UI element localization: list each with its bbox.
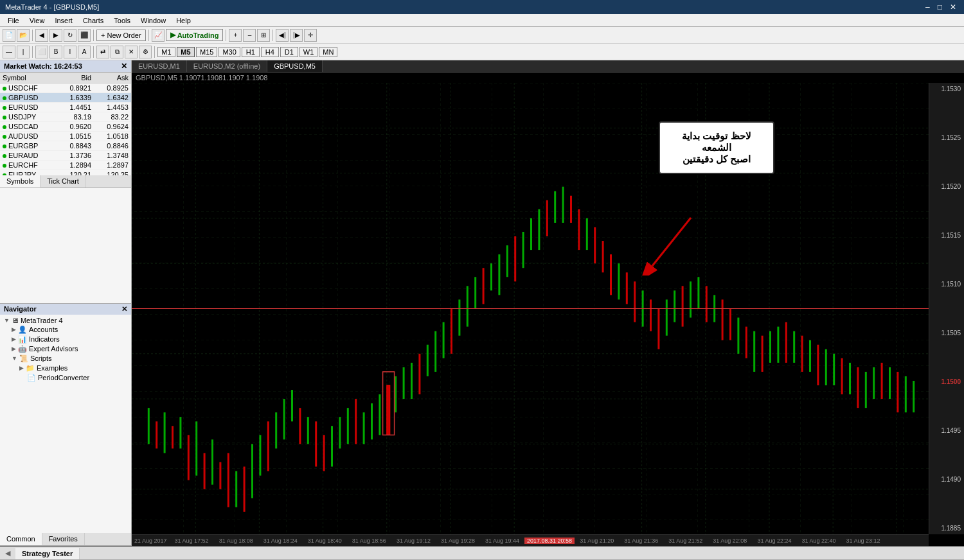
mw-symbol: GBPUSD (0, 93, 57, 103)
bold-btn[interactable]: B (49, 46, 62, 58)
tab-strategy-tester[interactable]: Strategy Tester (15, 548, 80, 559)
period-h4-btn[interactable]: H4 (261, 47, 279, 57)
zoom-in-btn[interactable]: + (229, 29, 242, 42)
market-watch-close[interactable]: ✕ (121, 62, 127, 71)
market-watch-row[interactable]: EURCHF 1.2894 1.2897 (0, 161, 131, 170)
period-m30-btn[interactable]: M30 (219, 47, 240, 57)
indicator-icon: 📊 (18, 335, 27, 344)
forward-btn[interactable]: ▶ (49, 29, 62, 42)
nav-expert-advisors[interactable]: ▶ 🤖 Expert Advisors (1, 344, 130, 354)
minimize-btn[interactable]: – (923, 3, 933, 12)
nav-metatrader4[interactable]: ▼ 🖥 MetaTrader 4 (1, 316, 130, 325)
refresh-btn[interactable]: ↻ (64, 29, 76, 42)
mw-symbol: EURJPY (0, 170, 57, 176)
price-8: 1.1495 (931, 427, 963, 434)
market-watch-row[interactable]: USDJPY 83.19 83.22 (0, 112, 131, 122)
svg-rect-28 (188, 435, 190, 480)
menu-charts[interactable]: Charts (78, 15, 109, 26)
menu-help[interactable]: Help (171, 15, 196, 26)
chart-tab-gbpusdm5[interactable]: GBPUSD,M5 (267, 60, 323, 72)
crosshair-btn[interactable]: ✛ (304, 29, 317, 42)
maximize-btn[interactable]: □ (935, 3, 945, 12)
svg-rect-81 (610, 254, 612, 295)
sep2 (93, 30, 94, 41)
zoom-fit-btn[interactable]: ⊞ (257, 29, 270, 42)
svg-rect-78 (586, 218, 588, 250)
nav-indicators[interactable]: ▶ 📊 Indicators (1, 335, 130, 344)
scripts-expand-icon: ▼ (12, 355, 17, 362)
line-tool-btn[interactable]: — (3, 46, 15, 58)
scroll-left-btn[interactable]: ◀| (276, 29, 289, 42)
market-watch-row[interactable]: AUDUSD 1.0515 1.0518 (0, 132, 131, 141)
menu-insert[interactable]: Insert (49, 15, 78, 26)
svg-rect-56 (411, 363, 413, 399)
navigator-close[interactable]: ✕ (121, 305, 127, 313)
period-mn-btn[interactable]: MN (319, 47, 337, 57)
market-watch-row[interactable]: USDCHF 0.8921 0.8925 (0, 83, 131, 93)
tab-tick-chart[interactable]: Tick Chart (40, 175, 86, 188)
nav-accounts-label: Accounts (29, 326, 58, 333)
period-m1-btn[interactable]: M1 (157, 47, 175, 57)
tab-symbols[interactable]: Symbols (0, 175, 40, 188)
abc-btn[interactable]: A (78, 46, 91, 58)
chart-tab-eurusdm1[interactable]: EURUSD,M1 (132, 60, 187, 72)
tester-collapse-btn[interactable]: ◀ (0, 547, 15, 559)
time-8: 31 Aug 19:28 (436, 538, 480, 544)
market-watch-row[interactable]: EURGBP 0.8843 0.8846 (0, 141, 131, 151)
menu-window[interactable]: Window (136, 15, 171, 26)
nav-examples[interactable]: ▶ 📁 Examples (1, 363, 130, 373)
new-btn[interactable]: 📄 (3, 29, 15, 42)
svg-rect-26 (172, 426, 174, 448)
nav-period-converter[interactable]: 📄 PeriodConverter (1, 373, 130, 383)
objects-btn[interactable]: ⬜ (35, 46, 48, 58)
market-watch-row[interactable]: GBPUSD 1.6339 1.6342 (0, 93, 131, 103)
period-m5-btn[interactable]: M5 (177, 47, 195, 57)
chart-canvas[interactable]: 1.1530 1.1525 1.1520 1.1515 1.1510 1.150… (132, 83, 964, 546)
delete-btn[interactable]: ✕ (125, 46, 138, 58)
menu-file[interactable]: File (3, 15, 24, 26)
close-btn[interactable]: ✕ (947, 3, 959, 12)
svg-rect-76 (570, 196, 572, 223)
tab-favorites[interactable]: Favorites (42, 533, 85, 545)
properties-btn[interactable]: ⚙ (139, 46, 152, 58)
nav-accounts[interactable]: ▶ 👤 Accounts (1, 325, 130, 335)
menu-tools[interactable]: Tools (109, 15, 136, 26)
mw-bid: 1.6339 (57, 93, 94, 103)
menu-view[interactable]: View (24, 15, 50, 26)
move-btn[interactable]: ⇄ (96, 46, 109, 58)
scroll-right-btn[interactable]: |▶ (290, 29, 303, 42)
market-watch-row[interactable]: USDCAD 0.9620 0.9624 (0, 122, 131, 132)
back-btn[interactable]: ◀ (35, 29, 48, 42)
svg-rect-65 (483, 268, 485, 304)
mw-symbol: EURAUD (0, 151, 57, 161)
italic-btn[interactable]: I (64, 46, 76, 58)
market-watch-row[interactable]: EURAUD 1.3736 1.3748 (0, 151, 131, 161)
svg-rect-30 (204, 453, 206, 489)
zoom-out-btn[interactable]: – (243, 29, 256, 42)
price-5: 1.1510 (931, 281, 963, 288)
navigator: Navigator ✕ ▼ 🖥 MetaTrader 4 ▶ 👤 Account… (0, 303, 131, 547)
svg-rect-39 (275, 412, 277, 448)
draw-tool-btn[interactable]: | (17, 46, 30, 58)
copy-btn[interactable]: ⧉ (111, 46, 123, 58)
svg-rect-74 (554, 191, 556, 223)
svg-rect-116 (889, 367, 891, 399)
chart-btn1[interactable]: 📈 (152, 29, 165, 42)
period-w1-btn[interactable]: W1 (299, 47, 318, 57)
market-watch-row[interactable]: EURUSD 1.4451 1.4453 (0, 103, 131, 112)
market-watch-table: Symbol Bid Ask USDCHF 0.8921 0.8925 GBPU… (0, 73, 131, 175)
svg-rect-84 (634, 281, 636, 322)
chart-tab-eurusdm2[interactable]: EURUSD,M2 (offline) (187, 60, 267, 72)
period-h1-btn[interactable]: H1 (242, 47, 260, 57)
market-watch-scroll[interactable]: Symbol Bid Ask USDCHF 0.8921 0.8925 GBPU… (0, 73, 131, 175)
market-watch-row[interactable]: EURJPY 120.21 120.25 (0, 170, 131, 176)
nav-scripts[interactable]: ▼ 📜 Scripts (1, 354, 130, 363)
stop-btn[interactable]: ⬛ (78, 29, 91, 42)
tab-common[interactable]: Common (0, 533, 42, 545)
period-d1-btn[interactable]: D1 (280, 47, 298, 57)
period-m15-btn[interactable]: M15 (196, 47, 217, 57)
open-btn[interactable]: 📂 (17, 29, 30, 42)
autotrading-btn[interactable]: ▶ AutoTrading (166, 29, 224, 41)
new-order-btn[interactable]: + New Order (96, 30, 146, 41)
price-9: 1.1490 (931, 476, 963, 483)
